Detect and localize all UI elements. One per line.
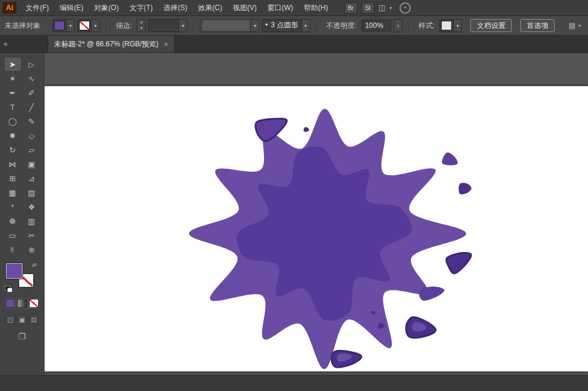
tool-blob-brush[interactable]: ✹ [5, 129, 21, 142]
stroke-weight-stepper[interactable]: ▴ ▾ [137, 19, 146, 32]
tool-column-graph[interactable]: ▥ [24, 215, 40, 228]
default-fill-stroke-icon[interactable] [5, 286, 12, 292]
arrange-documents-icon[interactable]: ◫ [379, 4, 385, 12]
tool-zoom[interactable]: ⊕ [24, 243, 40, 256]
control-bar: 未选择对象 ▾ ▾ 描边: ▴ ▾ ▾ ▾ • 3 点圆形 [0, 16, 588, 36]
stock-button[interactable]: St [361, 2, 375, 14]
stroke-weight-dropdown[interactable]: ▾ [148, 19, 187, 32]
draw-inside-button[interactable]: ⊡ [29, 315, 39, 324]
screen-mode-button[interactable]: ❐ [18, 332, 26, 341]
tool-shape-builder[interactable]: ⊞ [5, 172, 21, 185]
fill-stroke-indicator: ⇄ [5, 262, 39, 292]
draw-behind-button[interactable]: ▣ [17, 315, 27, 324]
document-tab-bar: « 未标题-2* @ 66.67% (RGB/预览) × [0, 36, 588, 53]
menu-object[interactable]: 对象(O) [89, 0, 124, 15]
tool-line-segment[interactable]: ╱ [24, 100, 40, 113]
separator [409, 19, 410, 32]
opacity-panel-arrow[interactable]: › [394, 19, 403, 32]
style-dropdown[interactable]: ▾ [439, 19, 462, 32]
tool-blend[interactable]: ❖ [24, 200, 40, 213]
tool-rotate[interactable]: ↻ [5, 143, 21, 156]
menu-type[interactable]: 文字(T) [124, 0, 158, 15]
tool-eyedropper[interactable]: ❛ [5, 200, 21, 213]
tool-type[interactable]: T [5, 100, 21, 113]
bridge-button[interactable]: Br [344, 2, 357, 14]
color-mode-button[interactable] [5, 299, 15, 308]
stroke-none-swatch [79, 21, 90, 30]
menu-edit[interactable]: 编辑(E) [54, 0, 89, 15]
tools-panel: ➤▷✶∿✒✐T╱◯✎✹◇↻▱⋈▣⊞⊿▦▨❛❖❁▥▭✂✌⊕ ⇄ ▢ [0, 53, 45, 375]
tool-free-transform[interactable]: ▣ [24, 157, 40, 171]
brush-definition-dropdown[interactable]: • 3 点圆形 ▾ [262, 19, 310, 32]
swap-fill-stroke-icon[interactable]: ⇄ [32, 262, 37, 268]
tool-paintbrush[interactable]: ✐ [24, 86, 40, 99]
tool-grid: ➤▷✶∿✒✐T╱◯✎✹◇↻▱⋈▣⊞⊿▦▨❛❖❁▥▭✂✌⊕ [5, 53, 40, 256]
chevron-down-icon[interactable]: ▾ [389, 5, 392, 11]
tool-width-tool[interactable]: ⋈ [5, 157, 21, 171]
tool-pen[interactable]: ✒ [5, 86, 21, 99]
fill-color-dropdown[interactable]: ▾ [52, 19, 75, 32]
tool-lasso[interactable]: ∿ [24, 72, 40, 85]
status-bar [0, 375, 588, 391]
chevron-down-icon: ▾ [301, 20, 310, 31]
opacity-label: 不透明度: [326, 21, 357, 31]
stroke-weight-value[interactable] [149, 20, 178, 30]
separator [106, 19, 107, 32]
tool-slice[interactable]: ✂ [24, 229, 40, 242]
width-profile-dropdown[interactable]: ▾ [201, 19, 259, 32]
style-swatch [441, 21, 452, 30]
tool-symbol-sprayer[interactable]: ❁ [5, 215, 21, 228]
tool-mesh[interactable]: ▦ [5, 186, 21, 199]
stroke-weight-label: 描边: [116, 21, 132, 31]
fill-color-swatch [54, 21, 65, 30]
illustrator-window: Ai 文件(F) 编辑(E) 对象(O) 文字(T) 选择(S) 效果(C) 视… [0, 0, 588, 391]
artboard[interactable] [45, 86, 588, 372]
draw-normal-button[interactable]: ▢ [5, 315, 15, 324]
gradient-mode-button[interactable] [17, 299, 27, 308]
document-tab-title: 未标题-2* @ 66.67% (RGB/预览) [54, 39, 159, 49]
control-panel-menu: ▤ ▾ [569, 21, 583, 30]
document-tab[interactable]: 未标题-2* @ 66.67% (RGB/预览) × [48, 36, 175, 52]
tool-perspective-grid[interactable]: ⊿ [24, 172, 40, 185]
tool-hand[interactable]: ✌ [5, 243, 21, 256]
workspace: ➤▷✶∿✒✐T╱◯✎✹◇↻▱⋈▣⊞⊿▦▨❛❖❁▥▭✂✌⊕ ⇄ ▢ [0, 53, 588, 375]
menubar-quick-actions: Br St ◫ ▾ ✦ [344, 2, 411, 14]
menu-view[interactable]: 视图(V) [228, 0, 262, 15]
tool-gradient[interactable]: ▨ [24, 186, 40, 199]
chevron-down-icon: ▾ [250, 20, 259, 31]
opacity-input[interactable]: 100% [361, 20, 391, 31]
fill-swatch[interactable] [6, 263, 23, 279]
chevron-down-icon: ▾ [66, 20, 74, 31]
drawing-mode-buttons: ▢ ▣ ⊡ [5, 315, 39, 324]
tool-ellipse[interactable]: ◯ [5, 115, 21, 128]
tool-eraser[interactable]: ◇ [24, 129, 40, 142]
pasteboard[interactable] [45, 53, 588, 375]
tool-selection[interactable]: ➤ [5, 58, 21, 71]
app-logo-icon[interactable]: Ai [2, 2, 17, 14]
none-mode-button[interactable] [29, 299, 39, 308]
chevron-down-icon[interactable]: ▾ [578, 23, 581, 29]
stepper-up-icon[interactable]: ▴ [137, 20, 145, 26]
menu-select[interactable]: 选择(S) [158, 0, 193, 15]
menu-help[interactable]: 帮助(H) [298, 0, 334, 15]
stepper-down-icon[interactable]: ▾ [137, 26, 145, 31]
stroke-color-dropdown[interactable]: ▾ [77, 19, 100, 32]
close-icon[interactable]: × [164, 40, 169, 48]
tool-direct-selection[interactable]: ▷ [24, 58, 40, 71]
tool-artboard[interactable]: ▭ [5, 229, 21, 242]
menu-effect[interactable]: 效果(C) [193, 0, 228, 15]
tool-magic-wand[interactable]: ✶ [5, 72, 21, 85]
tool-scale[interactable]: ▱ [24, 143, 40, 156]
separator [317, 19, 317, 32]
menu-window[interactable]: 窗口(W) [262, 0, 298, 15]
paint-splatter [45, 86, 588, 371]
selection-status: 未选择对象 [5, 21, 40, 31]
document-setup-button[interactable]: 文档设置 [470, 19, 512, 32]
separator [194, 19, 194, 32]
tool-pencil[interactable]: ✎ [24, 115, 40, 128]
panel-list-icon[interactable]: ▤ [569, 21, 576, 30]
preferences-button[interactable]: 首选项 [520, 19, 555, 32]
menu-file[interactable]: 文件(F) [20, 0, 54, 15]
cs-live-icon[interactable]: ✦ [400, 2, 411, 14]
collapse-panels-icon[interactable]: « [0, 36, 48, 52]
